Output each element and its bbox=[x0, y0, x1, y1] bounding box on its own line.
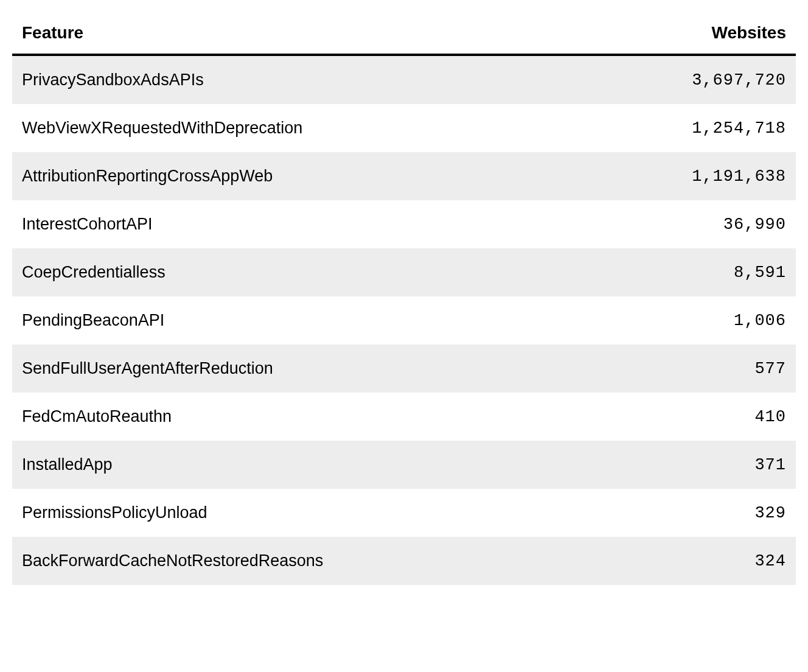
table-row: InterestCohortAPI 36,990 bbox=[12, 200, 796, 248]
websites-count: 1,006 bbox=[591, 296, 796, 345]
websites-count: 8,591 bbox=[591, 248, 796, 296]
table-row: PendingBeaconAPI 1,006 bbox=[12, 296, 796, 345]
websites-count: 1,191,638 bbox=[591, 152, 796, 200]
table-row: PrivacySandboxAdsAPIs 3,697,720 bbox=[12, 55, 796, 104]
table-row: WebViewXRequestedWithDeprecation 1,254,7… bbox=[12, 104, 796, 152]
websites-count: 371 bbox=[591, 441, 796, 489]
feature-name: PendingBeaconAPI bbox=[12, 296, 591, 345]
websites-count: 329 bbox=[591, 489, 796, 537]
websites-count: 1,254,718 bbox=[591, 104, 796, 152]
feature-name: WebViewXRequestedWithDeprecation bbox=[12, 104, 591, 152]
websites-count: 577 bbox=[591, 345, 796, 393]
table-row: PermissionsPolicyUnload 329 bbox=[12, 489, 796, 537]
feature-name: CoepCredentialless bbox=[12, 248, 591, 296]
table-row: SendFullUserAgentAfterReduction 577 bbox=[12, 345, 796, 393]
feature-name: InterestCohortAPI bbox=[12, 200, 591, 248]
feature-name: FedCmAutoReauthn bbox=[12, 393, 591, 441]
feature-usage-table-container: Feature Websites PrivacySandboxAdsAPIs 3… bbox=[12, 12, 796, 585]
feature-name: InstalledApp bbox=[12, 441, 591, 489]
feature-name: SendFullUserAgentAfterReduction bbox=[12, 345, 591, 393]
table-header-row: Feature Websites bbox=[12, 12, 796, 55]
feature-name: PrivacySandboxAdsAPIs bbox=[12, 55, 591, 104]
header-websites: Websites bbox=[591, 12, 796, 55]
table-row: AttributionReportingCrossAppWeb 1,191,63… bbox=[12, 152, 796, 200]
feature-name: PermissionsPolicyUnload bbox=[12, 489, 591, 537]
feature-name: AttributionReportingCrossAppWeb bbox=[12, 152, 591, 200]
websites-count: 324 bbox=[591, 537, 796, 585]
feature-usage-table: Feature Websites PrivacySandboxAdsAPIs 3… bbox=[12, 12, 796, 585]
header-feature: Feature bbox=[12, 12, 591, 55]
table-row: FedCmAutoReauthn 410 bbox=[12, 393, 796, 441]
websites-count: 36,990 bbox=[591, 200, 796, 248]
table-row: BackForwardCacheNotRestoredReasons 324 bbox=[12, 537, 796, 585]
table-row: InstalledApp 371 bbox=[12, 441, 796, 489]
websites-count: 410 bbox=[591, 393, 796, 441]
websites-count: 3,697,720 bbox=[591, 55, 796, 104]
table-row: CoepCredentialless 8,591 bbox=[12, 248, 796, 296]
feature-name: BackForwardCacheNotRestoredReasons bbox=[12, 537, 591, 585]
